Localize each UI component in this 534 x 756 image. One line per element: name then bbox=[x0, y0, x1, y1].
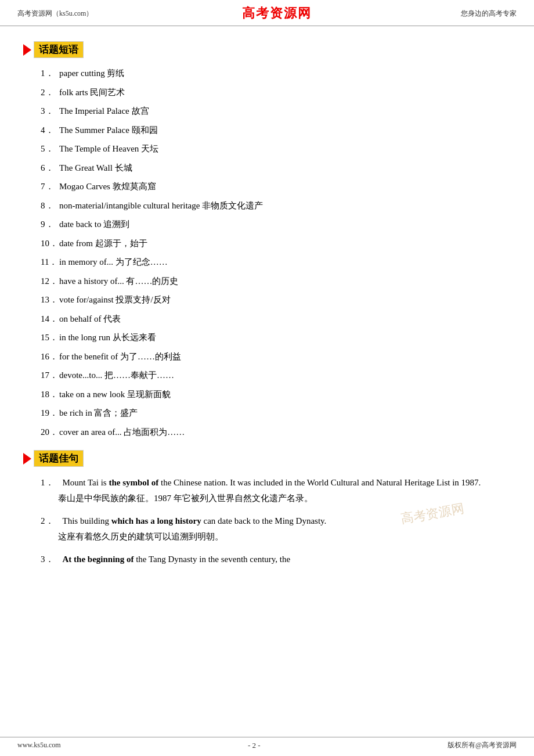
vocab-text: be rich in 富含；盛产 bbox=[59, 406, 511, 421]
vocab-en: date back to bbox=[59, 219, 103, 229]
vocab-zh: 有……的历史 bbox=[126, 276, 178, 286]
vocab-text: devote...to... 把……奉献于…… bbox=[59, 368, 511, 383]
sentence-en: 1． Mount Tai is the symbol of the Chines… bbox=[23, 475, 511, 491]
vocab-en: be rich in bbox=[59, 408, 94, 417]
vocab-item: 18．take on a new look 呈现新面貌 bbox=[41, 387, 511, 402]
vocab-number: 18． bbox=[41, 387, 59, 402]
vocab-text: The Imperial Palace 故宫 bbox=[59, 104, 511, 119]
vocab-number: 19． bbox=[41, 406, 59, 421]
vocab-item: 9．date back to 追溯到 bbox=[41, 217, 511, 232]
vocab-zh: 故宫 bbox=[132, 106, 149, 116]
vocab-en: take on a new look bbox=[59, 390, 127, 399]
vocab-item: 16．for the benefit of 为了……的利益 bbox=[41, 350, 511, 365]
section2-title: 话题佳句 bbox=[34, 450, 84, 467]
vocab-number: 7． bbox=[41, 179, 59, 195]
footer-right: 版权所有@高考资源网 bbox=[448, 740, 517, 750]
vocab-zh: 呈现新面貌 bbox=[127, 390, 171, 399]
vocab-text: non-material/intangible cultural heritag… bbox=[59, 199, 511, 214]
vocab-en: The Imperial Palace bbox=[59, 106, 132, 116]
header-center: 高考资源网 bbox=[242, 5, 312, 22]
vocab-en: paper cutting bbox=[59, 69, 107, 78]
arrow-icon bbox=[23, 44, 31, 56]
sentence-zh: 这座有着悠久历史的建筑可以追溯到明朝。 bbox=[23, 529, 511, 545]
vocab-item: 3．The Imperial Palace 故宫 bbox=[41, 104, 511, 119]
vocab-item: 10．date from 起源于，始于 bbox=[41, 236, 511, 251]
vocab-item: 20．cover an area of... 占地面积为…… bbox=[41, 425, 511, 440]
footer: www.ks5u.com - 2 - 版权所有@高考资源网 bbox=[0, 737, 534, 750]
vocab-zh: 为了……的利益 bbox=[120, 352, 181, 361]
vocab-zh: 剪纸 bbox=[107, 69, 124, 78]
sentence-number: 3． bbox=[41, 555, 63, 564]
header-right: 您身边的高考专家 bbox=[461, 9, 517, 19]
vocab-list: 1．paper cutting 剪纸2．folk arts 民间艺术3．The … bbox=[23, 66, 511, 440]
vocab-item: 7．Mogao Carves 敦煌莫高窟 bbox=[41, 179, 511, 195]
vocab-zh: 追溯到 bbox=[103, 219, 129, 229]
vocab-number: 17． bbox=[41, 368, 59, 383]
vocab-en: on behalf of bbox=[59, 314, 103, 323]
vocab-item: 12．have a history of... 有……的历史 bbox=[41, 274, 511, 289]
vocab-item: 17．devote...to... 把……奉献于…… bbox=[41, 368, 511, 383]
sentence-item: 3． At the beginning of the Tang Dynasty … bbox=[23, 552, 511, 567]
vocab-number: 6． bbox=[41, 161, 59, 176]
vocab-text: paper cutting 剪纸 bbox=[59, 66, 511, 81]
vocab-zh: 把……奉献于…… bbox=[104, 370, 174, 380]
vocab-number: 9． bbox=[41, 217, 59, 232]
vocab-number: 3． bbox=[41, 104, 59, 119]
vocab-zh: 颐和园 bbox=[132, 125, 158, 135]
vocab-text: for the benefit of 为了……的利益 bbox=[59, 350, 511, 365]
sentence-item: 1． Mount Tai is the symbol of the Chines… bbox=[23, 475, 511, 506]
vocab-zh: 民间艺术 bbox=[90, 88, 125, 97]
vocab-item: 14．on behalf of 代表 bbox=[41, 312, 511, 327]
vocab-text: Mogao Carves 敦煌莫高窟 bbox=[59, 179, 511, 195]
sentence-bold: the symbol of bbox=[109, 478, 158, 487]
vocab-zh: 从长远来看 bbox=[113, 333, 156, 342]
vocab-number: 2． bbox=[41, 85, 59, 100]
vocab-en: non-material/intangible cultural heritag… bbox=[59, 201, 202, 210]
vocab-item: 19．be rich in 富含；盛产 bbox=[41, 406, 511, 421]
vocab-en: date from bbox=[59, 239, 95, 248]
vocab-zh: 代表 bbox=[103, 314, 121, 323]
vocab-zh: 为了纪念…… bbox=[116, 257, 168, 267]
vocab-number: 1． bbox=[41, 66, 59, 81]
vocab-number: 13． bbox=[41, 293, 59, 308]
vocab-en: devote...to... bbox=[59, 370, 104, 380]
sentence-bold: which has a long history bbox=[111, 516, 201, 525]
vocab-item: 4．The Summer Palace 颐和园 bbox=[41, 123, 511, 138]
vocab-text: have a history of... 有……的历史 bbox=[59, 274, 511, 289]
footer-center: - 2 - bbox=[248, 741, 261, 750]
vocab-zh: 投票支持/反对 bbox=[116, 295, 170, 304]
vocab-en: cover an area of... bbox=[59, 427, 124, 437]
vocab-text: vote for/against 投票支持/反对 bbox=[59, 293, 511, 308]
vocab-zh: 敦煌莫高窟 bbox=[113, 182, 156, 191]
header-left: 高考资源网（ks5u.com） bbox=[17, 9, 93, 19]
header: 高考资源网（ks5u.com） 高考资源网 您身边的高考专家 bbox=[0, 0, 534, 26]
vocab-text: The Great Wall 长城 bbox=[59, 161, 511, 176]
vocab-en: folk arts bbox=[59, 88, 90, 97]
vocab-text: in memory of... 为了纪念…… bbox=[59, 255, 511, 270]
vocab-en: The Great Wall bbox=[59, 163, 115, 172]
vocab-text: The Temple of Heaven 天坛 bbox=[59, 142, 511, 157]
sentence-bold: At the beginning of bbox=[63, 555, 134, 564]
vocab-number: 5． bbox=[41, 142, 59, 157]
sentence-en: 3． At the beginning of the Tang Dynasty … bbox=[23, 552, 511, 567]
sentence-list: 1． Mount Tai is the symbol of the Chines… bbox=[23, 475, 511, 567]
vocab-item: 11．in memory of... 为了纪念…… bbox=[41, 255, 511, 270]
section2-heading: 话题佳句 bbox=[23, 450, 511, 467]
main-content: 话题短语 1．paper cutting 剪纸2．folk arts 民间艺术3… bbox=[0, 26, 534, 580]
vocab-number: 4． bbox=[41, 123, 59, 138]
vocab-text: The Summer Palace 颐和园 bbox=[59, 123, 511, 138]
vocab-en: for the benefit of bbox=[59, 352, 120, 361]
vocab-text: folk arts 民间艺术 bbox=[59, 85, 511, 100]
vocab-zh: 占地面积为…… bbox=[124, 427, 185, 437]
vocab-text: date back to 追溯到 bbox=[59, 217, 511, 232]
footer-left: www.ks5u.com bbox=[17, 741, 61, 750]
vocab-number: 11． bbox=[41, 255, 59, 270]
vocab-item: 2．folk arts 民间艺术 bbox=[41, 85, 511, 100]
vocab-zh: 起源于，始于 bbox=[95, 239, 147, 248]
vocab-zh: 非物质文化遗产 bbox=[202, 201, 263, 210]
vocab-item: 5．The Temple of Heaven 天坛 bbox=[41, 142, 511, 157]
section1-title: 话题短语 bbox=[34, 41, 84, 58]
vocab-en: in memory of... bbox=[59, 257, 116, 267]
sentence-number: 2． bbox=[41, 516, 63, 525]
vocab-text: take on a new look 呈现新面貌 bbox=[59, 387, 511, 402]
